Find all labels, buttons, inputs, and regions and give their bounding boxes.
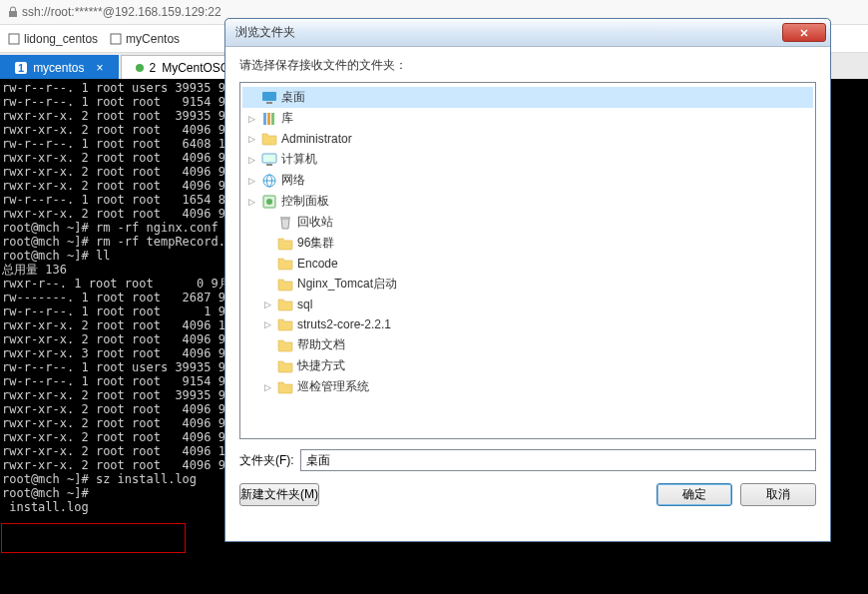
tree-item[interactable]: ▷控制面板 [242, 191, 813, 212]
tree-item[interactable]: 桌面 [242, 87, 813, 108]
folder-tree[interactable]: 桌面▷库▷Administrator▷计算机▷网络▷控制面板回收站96集群Enc… [239, 82, 816, 439]
tab-mycentos[interactable]: 1 mycentos × [0, 55, 119, 79]
dialog-titlebar[interactable]: 浏览文件夹 [225, 19, 830, 47]
expander-icon[interactable]: ▷ [246, 154, 257, 165]
tree-item-label: 巡检管理系统 [297, 378, 369, 395]
folder-icon [277, 236, 293, 252]
tree-item[interactable]: ▷巡检管理系统 [242, 376, 813, 397]
close-icon [799, 28, 809, 38]
tree-item-label: sql [297, 297, 312, 311]
folder-icon [277, 277, 293, 293]
tree-item[interactable]: 快捷方式 [242, 355, 813, 376]
close-button[interactable] [782, 23, 826, 42]
network-icon [261, 173, 277, 189]
dialog-prompt: 请选择保存接收文件的文件夹： [239, 57, 816, 74]
tree-item-label: 桌面 [281, 89, 305, 106]
tree-item-label: 计算机 [281, 151, 317, 168]
tree-item-label: struts2-core-2.2.1 [297, 317, 391, 331]
svg-rect-7 [262, 154, 276, 163]
highlight-box [1, 523, 186, 553]
tree-item[interactable]: Encode [242, 254, 813, 274]
tree-item-label: 96集群 [297, 235, 334, 252]
tree-item[interactable]: ▷库 [242, 108, 813, 129]
tree-item[interactable]: 回收站 [242, 212, 813, 233]
expander-icon[interactable] [262, 360, 273, 371]
tree-item-label: 库 [281, 110, 293, 127]
tree-item[interactable]: ▷计算机 [242, 149, 813, 170]
tree-item[interactable]: ▷Administrator [242, 129, 813, 149]
tree-item-label: 控制面板 [281, 193, 329, 210]
address-text: ssh://root:******@192.168.159.129:22 [22, 5, 221, 19]
expander-icon[interactable] [246, 92, 257, 103]
ok-button[interactable]: 确定 [656, 483, 732, 506]
folder-icon [277, 256, 293, 272]
bin-icon [277, 215, 293, 231]
expander-icon[interactable]: ▷ [246, 175, 257, 186]
svg-rect-0 [9, 34, 19, 44]
svg-point-13 [266, 199, 272, 205]
cpl-icon [261, 194, 277, 210]
cancel-button[interactable]: 取消 [740, 483, 816, 506]
svg-rect-5 [267, 113, 270, 125]
new-folder-button[interactable]: 新建文件夹(M) [239, 483, 319, 506]
browse-folder-dialog: 浏览文件夹 请选择保存接收文件的文件夹： 桌面▷库▷Administrator▷… [224, 18, 831, 542]
bookmark-item[interactable]: myCentos [110, 32, 180, 46]
expander-icon[interactable]: ▷ [246, 134, 257, 145]
folder-icon [277, 358, 293, 374]
tree-item-label: Administrator [281, 132, 352, 146]
folder-label: 文件夹(F): [239, 452, 294, 469]
lock-icon [8, 6, 18, 18]
tree-item-label: Nginx_Tomcat启动 [297, 276, 397, 293]
tree-item[interactable]: 96集群 [242, 233, 813, 254]
computer-icon [261, 152, 277, 168]
status-dot-icon [136, 64, 144, 72]
folder-icon [277, 337, 293, 353]
expander-icon[interactable]: ▷ [246, 196, 257, 207]
bookmark-item[interactable]: lidong_centos [8, 32, 98, 46]
expander-icon[interactable] [262, 259, 273, 270]
dialog-title: 浏览文件夹 [235, 24, 295, 41]
tree-item[interactable]: ▷网络 [242, 170, 813, 191]
tree-item[interactable]: Nginx_Tomcat启动 [242, 274, 813, 295]
folder-input[interactable] [300, 449, 816, 471]
tree-item[interactable]: 帮助文档 [242, 334, 813, 355]
bookmark-icon [8, 33, 20, 45]
svg-rect-3 [266, 102, 272, 104]
expander-icon[interactable]: ▷ [262, 299, 273, 310]
folder-icon [277, 316, 293, 332]
expander-icon[interactable] [262, 279, 273, 290]
bookmark-icon [110, 33, 122, 45]
tree-item-label: 网络 [281, 172, 305, 189]
svg-rect-6 [271, 113, 274, 125]
expander-icon[interactable]: ▷ [262, 381, 273, 392]
svg-rect-2 [262, 92, 276, 101]
tree-item[interactable]: ▷sql [242, 295, 813, 314]
svg-rect-1 [111, 34, 121, 44]
expander-icon[interactable]: ▷ [246, 113, 257, 124]
expander-icon[interactable] [262, 339, 273, 350]
desktop-icon [261, 90, 277, 106]
svg-rect-14 [280, 217, 290, 219]
svg-rect-8 [266, 164, 272, 166]
expander-icon[interactable] [262, 238, 273, 249]
expander-icon[interactable]: ▷ [262, 319, 273, 330]
tree-item-label: 快捷方式 [297, 357, 345, 374]
expander-icon[interactable] [262, 217, 273, 228]
svg-rect-4 [263, 113, 266, 125]
library-icon [261, 111, 277, 127]
tree-item-label: 回收站 [297, 214, 333, 231]
folder-icon [277, 297, 293, 312]
tree-item-label: 帮助文档 [297, 336, 345, 353]
folder-icon [277, 379, 293, 395]
tree-item[interactable]: ▷struts2-core-2.2.1 [242, 314, 813, 334]
folder-icon [261, 131, 277, 147]
tree-item-label: Encode [297, 257, 338, 271]
close-icon[interactable]: × [96, 61, 103, 75]
